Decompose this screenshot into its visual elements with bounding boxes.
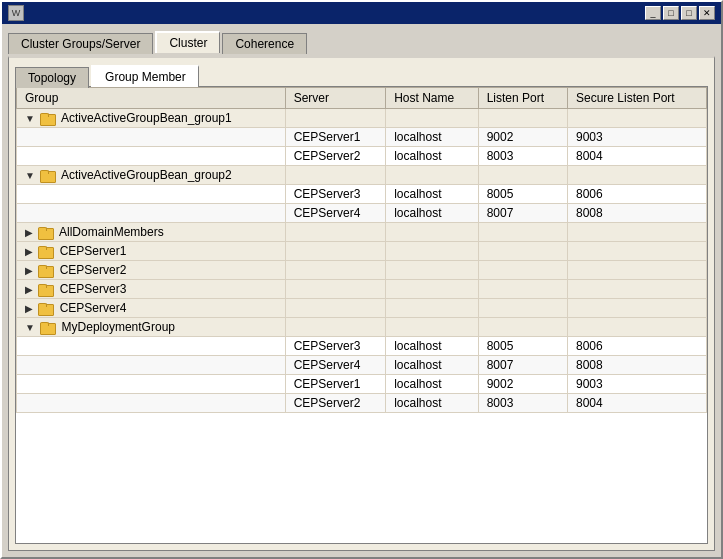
sport-cell: [567, 261, 706, 280]
expand-arrow[interactable]: [25, 113, 35, 124]
port-cell: 8007: [478, 356, 567, 375]
sport-cell: 8006: [567, 185, 706, 204]
group-cell: [17, 394, 286, 413]
server-cell: [285, 299, 386, 318]
data-table: Group Server Host Name Listen Port Secur…: [16, 87, 707, 413]
hostname-cell: localhost: [386, 147, 479, 166]
port-cell: [478, 318, 567, 337]
sport-cell: 9003: [567, 375, 706, 394]
hostname-cell: localhost: [386, 185, 479, 204]
sport-cell: 8004: [567, 147, 706, 166]
group-cell: [17, 128, 286, 147]
content-panel: Topology Group Member Group Server Host …: [8, 56, 715, 551]
port-cell: 9002: [478, 128, 567, 147]
port-cell: [478, 261, 567, 280]
expand-arrow[interactable]: [25, 227, 33, 238]
restore-button[interactable]: □: [663, 6, 679, 20]
main-window: W _ □ □ ✕ Cluster Groups/Server Cluster …: [0, 0, 723, 559]
tab-group-member[interactable]: Group Member: [91, 65, 199, 87]
sport-cell: [567, 109, 706, 128]
folder-icon: [38, 303, 52, 314]
group-name: AllDomainMembers: [59, 225, 164, 239]
title-bar: W _ □ □ ✕: [2, 2, 721, 24]
window-icon: W: [8, 5, 24, 21]
group-cell: [17, 204, 286, 223]
tab-coherence[interactable]: Coherence: [222, 33, 307, 54]
hostname-cell: localhost: [386, 337, 479, 356]
expand-arrow[interactable]: [25, 170, 35, 181]
sport-cell: 9003: [567, 128, 706, 147]
hostname-cell: [386, 242, 479, 261]
folder-icon: [40, 170, 54, 181]
server-cell: [285, 166, 386, 185]
col-listen-port: Listen Port: [478, 88, 567, 109]
hostname-cell: localhost: [386, 394, 479, 413]
group-cell: ActiveActiveGroupBean_group1: [17, 109, 286, 128]
server-cell: CEPServer4: [285, 204, 386, 223]
group-cell: [17, 375, 286, 394]
maximize-button[interactable]: □: [681, 6, 697, 20]
folder-icon: [38, 265, 52, 276]
server-cell: [285, 223, 386, 242]
port-cell: 9002: [478, 375, 567, 394]
group-cell: [17, 337, 286, 356]
group-cell: [17, 356, 286, 375]
port-cell: 8003: [478, 394, 567, 413]
group-cell: [17, 185, 286, 204]
expand-arrow[interactable]: [25, 303, 33, 314]
hostname-cell: localhost: [386, 375, 479, 394]
server-cell: [285, 242, 386, 261]
server-cell: CEPServer3: [285, 337, 386, 356]
server-cell: CEPServer2: [285, 394, 386, 413]
group-cell: CEPServer4: [17, 299, 286, 318]
group-name: MyDeploymentGroup: [62, 320, 175, 334]
expand-arrow[interactable]: [25, 284, 33, 295]
hostname-cell: [386, 261, 479, 280]
server-cell: CEPServer4: [285, 356, 386, 375]
sport-cell: 8004: [567, 394, 706, 413]
expand-arrow[interactable]: [25, 265, 33, 276]
sport-cell: 8008: [567, 204, 706, 223]
group-cell: MyDeploymentGroup: [17, 318, 286, 337]
expand-arrow[interactable]: [25, 322, 35, 333]
group-cell: CEPServer3: [17, 280, 286, 299]
tab-topology[interactable]: Topology: [15, 67, 89, 88]
group-cell: AllDomainMembers: [17, 223, 286, 242]
hostname-cell: localhost: [386, 204, 479, 223]
port-cell: [478, 299, 567, 318]
hostname-cell: [386, 299, 479, 318]
folder-icon: [40, 113, 54, 124]
group-cell: [17, 147, 286, 166]
server-cell: CEPServer2: [285, 147, 386, 166]
port-cell: 8005: [478, 337, 567, 356]
group-name: ActiveActiveGroupBean_group1: [61, 111, 232, 125]
sport-cell: 8006: [567, 337, 706, 356]
hostname-cell: [386, 109, 479, 128]
folder-icon: [38, 246, 52, 257]
group-name: CEPServer1: [60, 244, 127, 258]
hostname-cell: localhost: [386, 356, 479, 375]
port-cell: [478, 280, 567, 299]
server-cell: CEPServer3: [285, 185, 386, 204]
close-button[interactable]: ✕: [699, 6, 715, 20]
tab-cluster-groups[interactable]: Cluster Groups/Server: [8, 33, 153, 54]
folder-icon: [40, 322, 54, 333]
tab-cluster[interactable]: Cluster: [155, 31, 220, 53]
sport-cell: [567, 280, 706, 299]
sport-cell: [567, 166, 706, 185]
group-cell: CEPServer2: [17, 261, 286, 280]
group-name: CEPServer3: [60, 282, 127, 296]
hostname-cell: [386, 223, 479, 242]
folder-icon: [38, 227, 52, 238]
expand-arrow[interactable]: [25, 246, 33, 257]
minimize-button[interactable]: _: [645, 6, 661, 20]
hostname-cell: [386, 318, 479, 337]
inner-tab-bar: Topology Group Member: [15, 64, 708, 86]
port-cell: [478, 166, 567, 185]
hostname-cell: localhost: [386, 128, 479, 147]
server-cell: [285, 109, 386, 128]
sport-cell: 8008: [567, 356, 706, 375]
folder-icon: [38, 284, 52, 295]
title-buttons: _ □ □ ✕: [645, 6, 715, 20]
col-secure-listen-port: Secure Listen Port: [567, 88, 706, 109]
